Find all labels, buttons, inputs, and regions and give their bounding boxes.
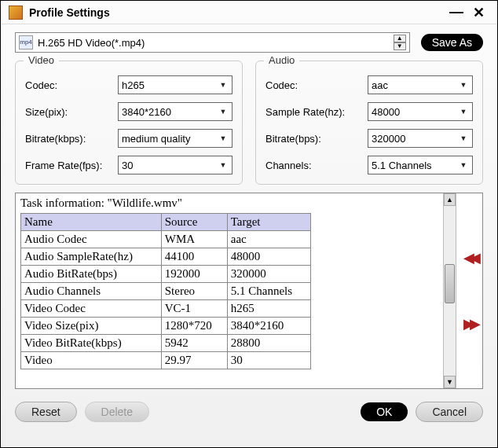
profile-settings-window: Profile Settings — ✕ mp4 H.265 HD Video(…: [0, 0, 498, 448]
table-cell: 1280*720: [161, 318, 227, 335]
save-as-button[interactable]: Save As: [421, 34, 483, 51]
audio-codec-select[interactable]: aac▼: [368, 75, 473, 94]
format-icon: mp4: [19, 35, 33, 50]
video-panel: Video Codec: h265▼ Size(pix): 3840*2160▼…: [15, 61, 243, 185]
audio-panel: Audio Codec: aac▼ Sample Rate(hz): 48000…: [255, 61, 483, 185]
audio-samplerate-label: Sample Rate(hz):: [265, 106, 368, 118]
footer: Reset Delete OK Cancel: [1, 397, 497, 433]
next-arrow-icon[interactable]: ▶▶: [463, 315, 476, 332]
video-bitrate-label: Bitrate(kbps):: [25, 133, 118, 145]
app-icon: [9, 6, 23, 20]
table-cell: aac: [227, 231, 310, 248]
chevron-down-icon[interactable]: ▼: [394, 42, 406, 50]
task-info-header: Task information: "Wildlife.wmv": [20, 196, 438, 210]
table-cell: Stereo: [161, 283, 227, 300]
table-cell: 48000: [227, 248, 310, 266]
audio-legend: Audio: [264, 54, 299, 66]
audio-bitrate-label: Bitrate(bps):: [265, 133, 368, 145]
video-codec-label: Codec:: [25, 79, 118, 91]
audio-channels-select[interactable]: 5.1 Channels▼: [368, 156, 473, 174]
task-info-area: Task information: "Wildlife.wmv" NameSou…: [15, 193, 483, 389]
scroll-thumb[interactable]: [445, 264, 455, 303]
table-cell: Video Codec: [21, 300, 162, 318]
audio-codec-label: Codec:: [265, 79, 368, 91]
video-legend: Video: [24, 54, 59, 66]
chevron-up-icon[interactable]: ▲: [394, 35, 406, 42]
table-header: Target: [227, 214, 310, 231]
table-cell: WMA: [161, 231, 227, 248]
ok-button[interactable]: OK: [361, 402, 408, 421]
table-cell: 28800: [227, 335, 310, 352]
table-cell: 30: [227, 352, 310, 369]
video-bitrate-select[interactable]: medium quality▼: [118, 129, 233, 148]
video-size-label: Size(pix):: [25, 106, 118, 118]
table-row: Audio SampleRate(hz)4410048000: [21, 248, 311, 266]
chevron-down-icon[interactable]: ▼: [218, 156, 229, 174]
video-codec-select[interactable]: h265▼: [118, 75, 233, 94]
chevron-down-icon[interactable]: ▼: [218, 103, 229, 120]
table-cell: Video BitRate(kbps): [21, 335, 162, 352]
table-row: Video Size(pix)1280*7203840*2160: [21, 318, 311, 335]
chevron-down-icon[interactable]: ▼: [458, 76, 469, 94]
reset-button[interactable]: Reset: [15, 402, 77, 422]
table-cell: 44100: [161, 248, 227, 266]
video-framerate-label: Frame Rate(fps):: [25, 160, 118, 171]
audio-bitrate-select[interactable]: 320000▼: [368, 129, 473, 148]
table-cell: 192000: [161, 266, 227, 283]
video-size-select[interactable]: 3840*2160▼: [118, 102, 233, 121]
chevron-down-icon[interactable]: ▼: [218, 76, 229, 94]
table-header: Name: [21, 214, 162, 231]
table-row: Video CodecVC-1h265: [21, 300, 311, 318]
table-row: Audio BitRate(bps)192000320000: [21, 266, 311, 283]
task-info-table: NameSourceTarget Audio CodecWMAaacAudio …: [20, 213, 311, 369]
profile-select[interactable]: mp4 H.265 HD Video(*.mp4) ▲ ▼: [15, 32, 410, 53]
close-icon[interactable]: ✕: [468, 4, 489, 21]
profile-row: mp4 H.265 HD Video(*.mp4) ▲ ▼ Save As: [1, 24, 497, 57]
video-framerate-select[interactable]: 30▼: [118, 156, 233, 174]
table-cell: 29.97: [161, 352, 227, 369]
scroll-down-icon[interactable]: ▼: [444, 376, 456, 388]
table-cell: Audio SampleRate(hz): [21, 248, 162, 266]
table-row: Audio CodecWMAaac: [21, 231, 311, 248]
table-cell: 320000: [227, 266, 310, 283]
audio-samplerate-select[interactable]: 48000▼: [368, 102, 473, 121]
table-row: Video29.9730: [21, 352, 311, 369]
prev-arrow-icon[interactable]: ◀◀: [463, 249, 476, 266]
table-cell: 5.1 Channels: [227, 283, 310, 300]
table-cell: h265: [227, 300, 310, 318]
vertical-scrollbar[interactable]: ▲ ▼: [443, 193, 456, 388]
titlebar: Profile Settings — ✕: [1, 1, 497, 24]
table-cell: Audio Codec: [21, 231, 162, 248]
window-title: Profile Settings: [29, 6, 445, 19]
task-info-scroll: Task information: "Wildlife.wmv" NameSou…: [16, 193, 443, 388]
table-cell: 5942: [161, 335, 227, 352]
table-row: Video BitRate(kbps)594228800: [21, 335, 311, 352]
table-cell: Audio BitRate(bps): [21, 266, 162, 283]
profile-spinner[interactable]: ▲ ▼: [394, 35, 406, 50]
table-header: Source: [161, 214, 227, 231]
table-cell: VC-1: [161, 300, 227, 318]
table-cell: Audio Channels: [21, 283, 162, 300]
side-nav-buttons: ◀◀ ▶▶: [456, 193, 482, 388]
audio-channels-label: Channels:: [265, 160, 368, 171]
profile-name: H.265 HD Video(*.mp4): [38, 37, 394, 49]
table-cell: 3840*2160: [227, 318, 310, 335]
minimize-icon[interactable]: —: [445, 4, 468, 20]
table-cell: Video: [21, 352, 162, 369]
chevron-down-icon[interactable]: ▼: [458, 103, 469, 120]
chevron-down-icon[interactable]: ▼: [218, 130, 229, 147]
scroll-up-icon[interactable]: ▲: [444, 193, 456, 206]
table-row: Audio ChannelsStereo5.1 Channels: [21, 283, 311, 300]
delete-button: Delete: [85, 402, 149, 422]
chevron-down-icon[interactable]: ▼: [458, 130, 469, 147]
table-cell: Video Size(pix): [21, 318, 162, 335]
settings-panels: Video Codec: h265▼ Size(pix): 3840*2160▼…: [1, 57, 497, 193]
chevron-down-icon[interactable]: ▼: [458, 156, 469, 174]
cancel-button[interactable]: Cancel: [416, 402, 483, 422]
